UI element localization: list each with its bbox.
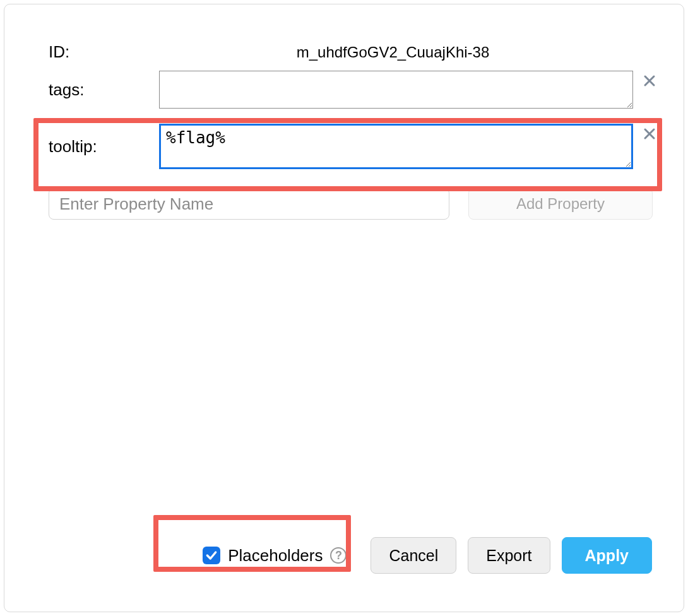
id-value: m_uhdfGoGV2_CuuajKhi-38 — [159, 44, 658, 61]
placeholders-checkbox[interactable] — [203, 547, 220, 564]
help-icon[interactable]: ? — [330, 547, 347, 564]
tags-input[interactable] — [159, 71, 633, 109]
footer-bar: Placeholders ? Cancel Export Apply — [4, 537, 652, 574]
property-name-input[interactable] — [49, 188, 449, 220]
tags-field-wrap — [159, 71, 658, 109]
tooltip-label: tooltip: — [49, 137, 159, 157]
cancel-button[interactable]: Cancel — [371, 537, 456, 574]
export-button[interactable]: Export — [468, 537, 550, 574]
id-row: ID: m_uhdfGoGV2_CuuajKhi-38 — [49, 42, 658, 62]
add-property-button[interactable]: Add Property — [468, 188, 653, 220]
tooltip-field-wrap — [159, 124, 658, 169]
apply-button[interactable]: Apply — [562, 537, 652, 574]
add-property-row: Add Property — [49, 188, 658, 220]
tooltip-row: tooltip: — [49, 124, 658, 169]
tooltip-input[interactable] — [159, 124, 633, 169]
properties-panel: ID: m_uhdfGoGV2_CuuajKhi-38 tags: toolti… — [4, 4, 684, 612]
close-icon[interactable] — [642, 126, 657, 141]
id-label: ID: — [49, 42, 159, 62]
tags-label: tags: — [49, 80, 159, 100]
placeholders-group: Placeholders ? — [203, 546, 347, 566]
properties-content: ID: m_uhdfGoGV2_CuuajKhi-38 tags: toolti… — [49, 42, 658, 220]
close-icon[interactable] — [642, 73, 657, 88]
placeholders-label: Placeholders — [228, 546, 323, 566]
tags-row: tags: — [49, 71, 658, 109]
